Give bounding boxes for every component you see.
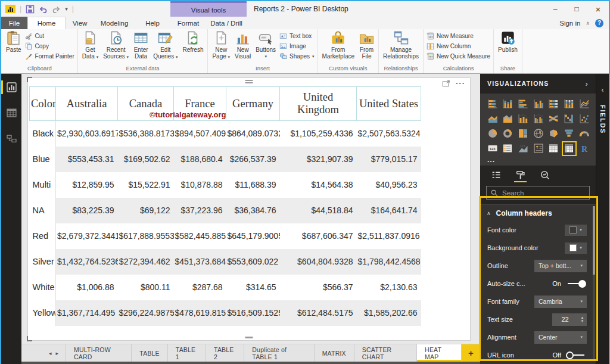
dropdown-outline[interactable]: Top + bott...▾ (534, 260, 587, 272)
donut-chart-icon[interactable] (502, 127, 514, 140)
pie-chart-icon[interactable] (486, 127, 499, 140)
expand-fields-icon[interactable]: ‹ (602, 86, 604, 94)
new-quick-measure-button[interactable]: New Quick Measure (427, 52, 490, 60)
page-tab-table-2[interactable]: TABLE 2 (206, 344, 244, 362)
tab-nav-right-icon[interactable]: ▸ (56, 350, 59, 356)
stepper-arrows-icon[interactable]: ▲▼ (578, 313, 587, 326)
toggle-switch[interactable] (568, 354, 584, 356)
tab-file[interactable]: File (1, 17, 27, 29)
enter-data-button[interactable]: EnterData (131, 30, 151, 60)
line-and-stacked-column-chart-icon[interactable] (516, 113, 529, 125)
matrix-icon[interactable] (563, 142, 575, 155)
page-tab-scatter-chart[interactable]: SCATTER CHART (354, 344, 417, 362)
sidebar-item-data-view[interactable] (1, 107, 21, 119)
format-tab[interactable] (515, 166, 525, 183)
card-icon[interactable]: 123 (486, 142, 499, 155)
page-tab-duplicate-of-table-1[interactable]: Duplicate of TABLE 1 (244, 344, 314, 362)
color-swatch-dropdown[interactable]: ▾ (565, 225, 587, 236)
paste-button[interactable]: Paste (4, 30, 24, 54)
page-tab-multi-row-card[interactable]: MULTI-ROW CARD (66, 344, 132, 362)
new-page-tab-button[interactable]: + (462, 344, 480, 362)
report-canvas[interactable]: ··· ColorAustraliaCanadaFranceGermanyUni… (21, 74, 480, 344)
sidebar-item-model-view[interactable] (1, 132, 21, 145)
page-tab-table-1[interactable]: TABLE 1 (168, 344, 206, 362)
stepper-text-size[interactable]: 22▲▼ (552, 313, 587, 326)
copy-button[interactable]: Copy (25, 42, 74, 50)
manage-relationships-button[interactable]: ManageRelationships (381, 30, 421, 60)
refresh-button[interactable]: Refresh (180, 30, 206, 54)
search-input[interactable]: Search (486, 186, 590, 200)
close-button[interactable]: × (587, 1, 609, 17)
redo-icon[interactable] (52, 5, 61, 14)
text-box-button[interactable]: AText box (279, 32, 314, 40)
tab-nav-left-icon[interactable]: ◂ (49, 350, 52, 356)
focus-mode-icon[interactable] (442, 79, 450, 88)
hundred-stacked-bar-chart-icon[interactable] (547, 98, 560, 110)
column-header[interactable]: United States (357, 87, 421, 121)
filled-map-icon[interactable] (547, 127, 560, 140)
sidebar-item-report-view[interactable] (1, 81, 21, 94)
waterfall-chart-icon[interactable] (563, 113, 575, 125)
tab-format[interactable]: Format (170, 17, 206, 29)
minimize-button[interactable]: – (544, 1, 566, 17)
line-chart-icon[interactable] (578, 98, 590, 110)
matrix-visual[interactable]: ··· ColorAustraliaCanadaFranceGermanyUni… (27, 77, 471, 341)
column-header[interactable]: Australia (56, 87, 118, 121)
stacked-area-chart-icon[interactable] (502, 113, 514, 125)
cut-button[interactable]: Cut (25, 32, 74, 40)
treemap-icon[interactable] (516, 127, 529, 140)
analytics-tab[interactable] (540, 166, 550, 183)
new-column-button[interactable]: New Column (427, 42, 490, 50)
color-swatch-dropdown[interactable]: ▾ (565, 242, 587, 254)
line-and-clustered-column-chart-icon[interactable] (532, 113, 544, 125)
new-page-button[interactable]: NewPage ▾ (210, 30, 232, 61)
drag-grip-icon[interactable] (245, 80, 253, 83)
map-icon[interactable] (532, 127, 544, 140)
multi-row-card-icon[interactable] (502, 142, 514, 155)
format-painter-button[interactable]: Format Painter (25, 52, 74, 60)
help-icon[interactable]: ? (595, 19, 603, 27)
tab-home[interactable]: Home (27, 17, 66, 29)
column-header[interactable]: Color (30, 87, 56, 121)
tab-data-drill[interactable]: Data / Drill (206, 17, 247, 29)
dropdown-font-family[interactable]: Cambria▾ (534, 295, 587, 308)
tab-help[interactable]: Help (135, 17, 170, 29)
scatter-chart-icon[interactable] (578, 113, 590, 125)
selection-corner-handle[interactable] (27, 77, 32, 82)
edit-queries-button[interactable]: EditQueries ▾ (151, 30, 180, 61)
hundred-stacked-column-chart-icon[interactable] (563, 98, 575, 110)
image-button[interactable]: Image (279, 42, 314, 50)
gauge-icon[interactable] (578, 127, 590, 140)
column-headers-section-header[interactable]: ∧ Column headers (480, 205, 596, 221)
from-file-button[interactable]: FromFile (357, 30, 376, 60)
save-icon[interactable] (26, 5, 35, 14)
page-tab-matrix[interactable]: MATRIX (315, 344, 354, 362)
clustered-bar-chart-icon[interactable] (516, 98, 529, 110)
area-chart-icon[interactable] (486, 113, 499, 125)
resize-handle[interactable] (245, 337, 253, 338)
ribbon-chart-icon[interactable] (547, 113, 560, 125)
toolbar-options-icon[interactable]: ▾ (65, 6, 68, 12)
slicer-icon[interactable] (532, 142, 544, 155)
new-visual-button[interactable]: NewVisual (232, 30, 253, 60)
page-tab-table[interactable]: TABLE (132, 344, 167, 362)
buttons-button[interactable]: Buttons▾ (253, 30, 278, 60)
toggle-url-icon[interactable]: Off (553, 351, 587, 359)
new-measure-button[interactable]: New Measure (427, 32, 490, 40)
dropdown-alignment[interactable]: Center▾ (534, 331, 587, 344)
column-header[interactable]: Germany (226, 87, 280, 121)
scrollbar[interactable] (593, 206, 595, 360)
r-script-visual-icon[interactable]: R (578, 142, 590, 155)
recent-sources-button[interactable]: RecentSources ▾ (101, 30, 131, 61)
funnel-icon[interactable] (563, 127, 575, 140)
fields-tab[interactable] (491, 166, 501, 183)
tab-modeling[interactable]: Modeling (94, 17, 135, 29)
stacked-column-chart-icon[interactable] (502, 98, 514, 110)
maximize-button[interactable]: □ (566, 1, 587, 17)
get-data-button[interactable]: GetData ▾ (80, 30, 101, 61)
table-icon[interactable] (547, 142, 560, 155)
from-marketplace-button[interactable]: FromMarketplace (320, 30, 357, 60)
undo-icon[interactable] (39, 5, 48, 14)
selection-corner-handle[interactable] (27, 336, 32, 341)
more-options-icon[interactable]: ··· (456, 80, 465, 86)
